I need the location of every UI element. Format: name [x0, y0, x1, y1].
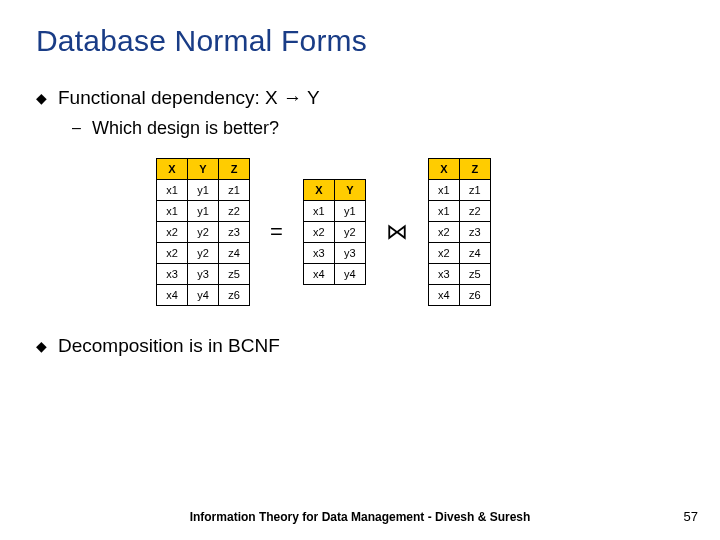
table-header: X [428, 159, 459, 180]
sub-bullet-1-text: Which design is better? [92, 116, 279, 140]
table-header: Z [219, 159, 250, 180]
table-cell: y1 [188, 180, 219, 201]
table-row: x4z6 [428, 285, 490, 306]
table-cell: z6 [459, 285, 490, 306]
bullet-2: ◆ Decomposition is in BCNF [36, 334, 684, 358]
table-xz: XZ x1z1x1z2x2z3x2z4x3z5x4z6 [428, 158, 491, 306]
table-cell: x4 [157, 285, 188, 306]
table-row: x1z2 [428, 201, 490, 222]
table-cell: z3 [459, 222, 490, 243]
table-cell: z4 [219, 243, 250, 264]
table-row: x4y4z6 [157, 285, 250, 306]
table-row: x4y4 [303, 264, 365, 285]
join-operator: ⋈ [384, 221, 410, 243]
table-header: X [157, 159, 188, 180]
table-xy: XY x1y1x2y2x3y3x4y4 [303, 179, 366, 285]
table-header: Y [334, 180, 365, 201]
slide-title: Database Normal Forms [36, 24, 684, 58]
table-cell: x3 [428, 264, 459, 285]
table-cell: x1 [157, 201, 188, 222]
table-row: x2y2z4 [157, 243, 250, 264]
table-row: x1y1z1 [157, 180, 250, 201]
table-cell: z1 [219, 180, 250, 201]
table-row: x2y2z3 [157, 222, 250, 243]
table-cell: x4 [303, 264, 334, 285]
table-cell: y2 [188, 222, 219, 243]
table-cell: x2 [157, 243, 188, 264]
table-cell: x2 [303, 222, 334, 243]
equals-operator: = [268, 219, 285, 245]
table-row: x3y3 [303, 243, 365, 264]
table-cell: y3 [188, 264, 219, 285]
bullet-1-text: Functional dependency: X → Y [58, 86, 320, 110]
table-cell: z1 [459, 180, 490, 201]
table-cell: y1 [188, 201, 219, 222]
dash-icon: – [72, 116, 84, 140]
page-number: 57 [684, 509, 698, 524]
diamond-icon: ◆ [36, 334, 46, 358]
tables-area: XYZ x1y1z1x1y1z2x2y2z3x2y2z4x3y3z5x4y4z6… [156, 158, 684, 306]
table-cell: z2 [219, 201, 250, 222]
table-cell: x2 [428, 243, 459, 264]
table-header: Z [459, 159, 490, 180]
table-cell: x2 [428, 222, 459, 243]
table-cell: y2 [334, 222, 365, 243]
table-cell: x4 [428, 285, 459, 306]
table-cell: x1 [428, 201, 459, 222]
table-cell: z5 [219, 264, 250, 285]
table-row: x3y3z5 [157, 264, 250, 285]
table-cell: y3 [334, 243, 365, 264]
table-cell: z6 [219, 285, 250, 306]
table-cell: z2 [459, 201, 490, 222]
bullet-1: ◆ Functional dependency: X → Y [36, 86, 684, 110]
table-cell: x1 [157, 180, 188, 201]
table-row: x1y1z2 [157, 201, 250, 222]
table-cell: z3 [219, 222, 250, 243]
table-cell: y4 [334, 264, 365, 285]
table-xyz: XYZ x1y1z1x1y1z2x2y2z3x2y2z4x3y3z5x4y4z6 [156, 158, 250, 306]
table-header: Y [188, 159, 219, 180]
table-row: x2z4 [428, 243, 490, 264]
table-cell: y2 [188, 243, 219, 264]
bullet-2-text: Decomposition is in BCNF [58, 334, 280, 358]
table-cell: y4 [188, 285, 219, 306]
table-cell: x3 [157, 264, 188, 285]
table-cell: x1 [303, 201, 334, 222]
table-row: x2z3 [428, 222, 490, 243]
table-cell: x1 [428, 180, 459, 201]
diamond-icon: ◆ [36, 86, 46, 110]
table-row: x1z1 [428, 180, 490, 201]
table-cell: z4 [459, 243, 490, 264]
table-row: x2y2 [303, 222, 365, 243]
table-cell: z5 [459, 264, 490, 285]
sub-bullet-1: – Which design is better? [72, 116, 684, 140]
table-cell: y1 [334, 201, 365, 222]
table-row: x1y1 [303, 201, 365, 222]
table-row: x3z5 [428, 264, 490, 285]
table-cell: x2 [157, 222, 188, 243]
table-header: X [303, 180, 334, 201]
table-cell: x3 [303, 243, 334, 264]
footer-text: Information Theory for Data Management -… [0, 510, 720, 524]
